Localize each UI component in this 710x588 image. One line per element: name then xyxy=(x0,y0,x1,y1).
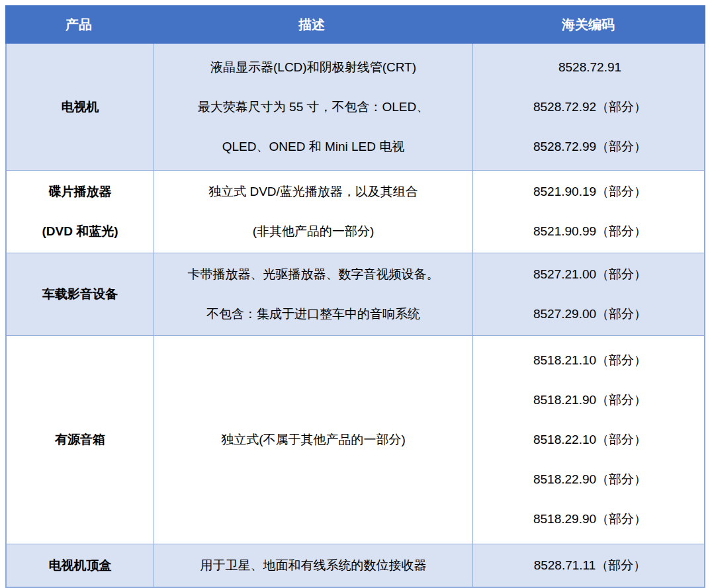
description-cell: 液晶显示器(LCD)和阴极射线管(CRT) 最大荧幕尺寸为 55 寸，不包含：O… xyxy=(154,44,472,170)
hs-code-table: 产品 描述 海关编码 电视机 液晶显示器(LCD)和阴极射线管(CRT) 最大荧… xyxy=(5,5,705,588)
hs-code-line: 8518.22.10（部分） xyxy=(533,420,646,460)
table-row-tv: 电视机 液晶显示器(LCD)和阴极射线管(CRT) 最大荧幕尺寸为 55 寸，不… xyxy=(7,44,704,170)
description-cell: 独立式 DVD/蓝光播放器，以及其组合 (非其他产品的一部分) xyxy=(154,171,472,253)
description-cell: 用于卫星、地面和有线系统的数位接收器 xyxy=(154,544,472,587)
hs-code-cell: 8527.21.00（部分） 8527.29.00（部分） xyxy=(472,253,707,335)
product-name: 有源音箱 xyxy=(55,420,105,460)
hs-code-cell: 8528.71.11（部分） xyxy=(472,544,707,587)
table-header-row: 产品 描述 海关编码 xyxy=(5,5,705,44)
description-line: 最大荧幕尺寸为 55 寸，不包含：OLED、 xyxy=(198,87,429,127)
hs-code-line: 8521.90.99（部分） xyxy=(533,212,646,251)
hs-code-line: 8521.90.19（部分） xyxy=(533,172,646,212)
table-row-disc-players: 碟片播放器 (DVD 和蓝光) 独立式 DVD/蓝光播放器，以及其组合 (非其他… xyxy=(7,170,704,253)
description-line: 卡带播放器、光驱播放器、数字音视频设备。 xyxy=(188,255,439,294)
product-name: 电视机 xyxy=(62,87,99,127)
table-row-set-top-box: 电视机顶盒 用于卫星、地面和有线系统的数位接收器 8528.71.11（部分） xyxy=(7,544,704,587)
table-row-powered-speakers: 有源音箱 独立式(不属于其他产品的一部分) 8518.21.10（部分） 851… xyxy=(7,335,704,544)
hs-code-line: 8528.72.92（部分） xyxy=(533,87,646,127)
description-line: QLED、ONED 和 Mini LED 电视 xyxy=(222,127,405,167)
description-line: 用于卫星、地面和有线系统的数位接收器 xyxy=(200,546,427,585)
description-line: 独立式(不属于其他产品的一部分) xyxy=(221,420,406,460)
product-name: 电视机顶盒 xyxy=(49,546,112,585)
table-body: 电视机 液晶显示器(LCD)和阴极射线管(CRT) 最大荧幕尺寸为 55 寸，不… xyxy=(5,44,705,588)
description-line: (非其他产品的一部分) xyxy=(253,212,375,251)
table-row-car-av: 车载影音设备 卡带播放器、光驱播放器、数字音视频设备。 不包含：集成于进口整车中… xyxy=(7,253,704,335)
hs-code-cell: 8528.72.91 8528.72.92（部分） 8528.72.99（部分） xyxy=(472,44,707,170)
hs-code-line: 8527.29.00（部分） xyxy=(533,294,646,334)
column-header-hs-code: 海关编码 xyxy=(471,5,705,44)
description-line: 液晶显示器(LCD)和阴极射线管(CRT) xyxy=(210,48,416,87)
product-cell: 车载影音设备 xyxy=(7,253,154,335)
hs-code-line: 8527.21.00（部分） xyxy=(533,255,646,294)
hs-code-line: 8528.72.99（部分） xyxy=(533,127,646,167)
hs-code-cell: 8521.90.19（部分） 8521.90.99（部分） xyxy=(472,171,707,253)
product-cell: 电视机 xyxy=(7,44,154,170)
hs-code-line: 8518.22.90（部分） xyxy=(533,460,646,499)
description-line: 不包含：集成于进口整车中的音响系统 xyxy=(206,294,420,334)
column-header-description: 描述 xyxy=(152,5,471,44)
description-cell: 独立式(不属于其他产品的一部分) xyxy=(154,336,472,544)
product-cell: 有源音箱 xyxy=(7,336,154,544)
product-cell: 电视机顶盒 xyxy=(7,544,154,587)
description-line: 独立式 DVD/蓝光播放器，以及其组合 xyxy=(208,172,418,212)
hs-code-line: 8518.21.10（部分） xyxy=(533,341,646,380)
product-name: 碟片播放器 xyxy=(49,172,112,212)
column-header-product: 产品 xyxy=(5,5,152,44)
hs-code-line: 8518.21.90（部分） xyxy=(533,380,646,420)
hs-code-line: 8518.29.90（部分） xyxy=(533,499,646,539)
product-name: 车载影音设备 xyxy=(42,274,118,314)
hs-code-line: 8528.71.11（部分） xyxy=(534,546,646,585)
product-name-line2: (DVD 和蓝光) xyxy=(42,212,118,251)
description-cell: 卡带播放器、光驱播放器、数字音视频设备。 不包含：集成于进口整车中的音响系统 xyxy=(154,253,472,335)
product-cell: 碟片播放器 (DVD 和蓝光) xyxy=(7,171,154,253)
hs-code-cell: 8518.21.10（部分） 8518.21.90（部分） 8518.22.10… xyxy=(472,336,707,544)
hs-code-line: 8528.72.91 xyxy=(558,48,621,87)
